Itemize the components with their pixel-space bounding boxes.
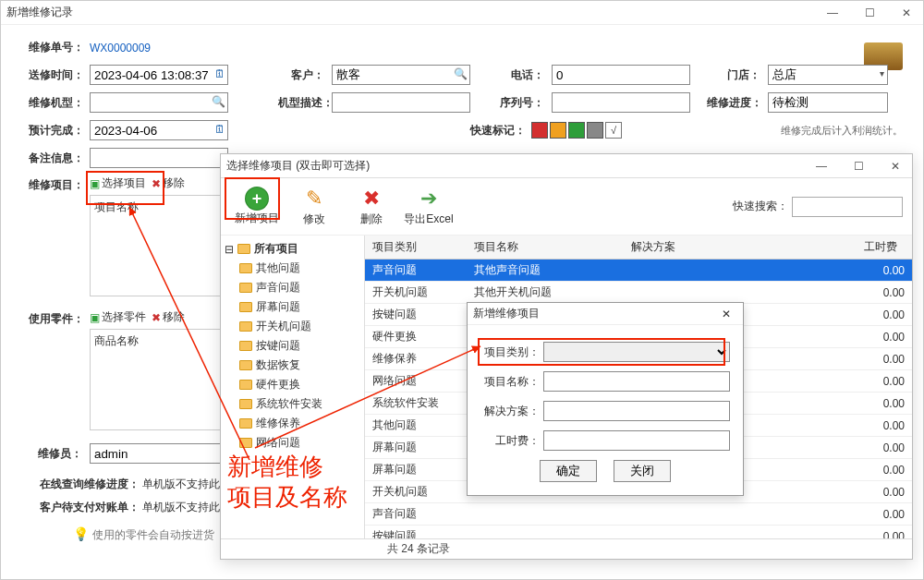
fee-label: 工时费： — [480, 433, 540, 449]
part-name-col: 商品名称 — [94, 334, 139, 347]
select-items-button[interactable]: ▣选择项目 — [90, 175, 146, 191]
table-row[interactable]: 开关机问题其他开关机问题0.00 — [365, 282, 912, 304]
add-item-button[interactable]: +新增项目 — [230, 187, 284, 226]
chevron-down-icon[interactable]: ▾ — [880, 68, 884, 79]
name-input[interactable] — [543, 371, 730, 392]
folder-icon — [239, 321, 252, 332]
maximize-button[interactable]: ☐ — [858, 6, 881, 19]
tree-item[interactable]: 屏幕问题 — [223, 297, 362, 317]
items-label: 维修项目： — [29, 177, 82, 193]
color-gray[interactable] — [587, 122, 603, 139]
serial-label: 序列号： — [498, 95, 544, 111]
col-category[interactable]: 项目类别 — [365, 236, 467, 260]
serial-input[interactable] — [552, 92, 690, 113]
tree-item[interactable]: 数据恢复 — [223, 356, 362, 375]
dlg2-close[interactable]: ✕ — [884, 160, 906, 173]
sent-time-input[interactable] — [90, 65, 228, 85]
folder-icon — [239, 438, 252, 448]
calendar-icon[interactable]: 🗓 — [214, 123, 225, 136]
plus-icon: + — [245, 187, 269, 211]
folder-icon — [239, 418, 252, 429]
quick-search-input[interactable] — [792, 197, 903, 217]
solution-input[interactable] — [543, 401, 730, 421]
close-button[interactable]: ✕ — [895, 6, 918, 19]
customer-input[interactable] — [332, 65, 470, 85]
staff-input[interactable] — [90, 443, 228, 464]
search-icon[interactable]: 🔍 — [454, 67, 468, 80]
phone-input[interactable] — [552, 65, 690, 85]
remove-item-button[interactable]: ✖移除 — [152, 175, 185, 191]
export-excel-button[interactable]: ➔导出Excel — [402, 186, 456, 227]
table-row[interactable]: 声音问题其他声音问题0.00 — [365, 260, 912, 282]
order-no-value: WX0000009 — [90, 42, 151, 54]
category-select[interactable] — [543, 342, 730, 362]
tree-item[interactable]: 维修保养 — [223, 414, 362, 433]
parts-grid: 商品名称 — [90, 329, 228, 430]
ok-button[interactable]: 确定 — [540, 460, 597, 482]
remove-icon: ✖ — [152, 177, 161, 190]
items-grid: 项目名称 — [90, 195, 228, 296]
add-icon: ▣ — [90, 311, 100, 324]
model-input[interactable] — [90, 92, 228, 113]
dlg2-maximize[interactable]: ☐ — [847, 160, 869, 173]
dlg2-minimize[interactable]: — — [810, 160, 833, 173]
category-tree[interactable]: ⊟所有项目 其他问题声音问题屏幕问题开关机问题按键问题数据恢复硬件更换系统软件安… — [221, 236, 365, 538]
tree-item[interactable]: 系统软件安装 — [223, 394, 362, 414]
tree-item[interactable]: 其他问题 — [223, 259, 362, 278]
select-parts-button[interactable]: ▣选择零件 — [90, 309, 146, 325]
order-no-label: 维修单号： — [29, 40, 82, 55]
tree-item[interactable]: 按键问题 — [223, 336, 362, 356]
folder-icon — [239, 302, 252, 312]
folder-icon — [237, 244, 250, 254]
model-desc-label: 机型描述： — [278, 95, 324, 111]
parts-label: 使用零件： — [29, 311, 82, 327]
staff-label: 维修员： — [29, 446, 82, 462]
x-icon: ✖ — [345, 186, 398, 211]
search-icon[interactable]: 🔍 — [212, 95, 225, 108]
table-row[interactable]: 按键问题0.00 — [365, 526, 912, 539]
remark-input[interactable] — [90, 148, 228, 168]
folder-icon — [239, 263, 252, 273]
window-title: 新增维修记录 — [6, 5, 821, 20]
tree-item[interactable]: 硬件更换 — [223, 375, 362, 394]
est-done-label: 预计完成： — [29, 123, 82, 139]
store-select[interactable] — [768, 65, 888, 85]
phone-label: 电话： — [498, 67, 544, 83]
edit-item-button[interactable]: ✎修改 — [287, 186, 341, 227]
folder-icon — [239, 380, 252, 390]
folder-icon — [239, 360, 252, 370]
remove-part-button[interactable]: ✖移除 — [152, 309, 185, 325]
col-name[interactable]: 项目名称 — [467, 236, 624, 260]
category-label: 项目类别： — [480, 344, 540, 360]
col-solution[interactable]: 解决方案 — [624, 236, 857, 260]
add-icon: ▣ — [90, 177, 100, 190]
quickmark-check[interactable]: √ — [605, 122, 622, 139]
customer-label: 客户： — [278, 67, 324, 83]
folder-icon — [239, 283, 252, 293]
tree-item[interactable]: 开关机问题 — [223, 317, 362, 336]
bulb-icon: 💡 — [73, 526, 89, 541]
tree-item[interactable]: 声音问题 — [223, 278, 362, 297]
folder-icon — [239, 399, 252, 409]
dlg3-close[interactable]: ✕ — [715, 308, 737, 320]
add-item-dialog: 新增维修项目 ✕ 项目类别： 项目名称： 解决方案： 工时费： 确定 关闭 — [467, 302, 744, 496]
store-label: 门店： — [718, 67, 760, 83]
tree-item[interactable]: 网络问题 — [223, 433, 362, 453]
stat-note: 维修完成后计入利润统计。 — [781, 124, 903, 138]
progress-input[interactable] — [768, 92, 888, 113]
fee-input[interactable] — [543, 430, 730, 451]
minus-icon[interactable]: ⊟ — [225, 243, 234, 256]
color-green[interactable] — [568, 122, 585, 139]
table-row[interactable]: 声音问题0.00 — [365, 503, 912, 526]
color-red[interactable] — [531, 122, 548, 139]
sent-time-label: 送修时间： — [29, 67, 82, 83]
model-desc-input[interactable] — [332, 92, 470, 113]
delete-item-button[interactable]: ✖删除 — [345, 186, 398, 227]
color-orange[interactable] — [550, 122, 566, 139]
calendar-icon[interactable]: 🗓 — [214, 67, 225, 80]
col-fee[interactable]: 工时费 — [857, 236, 912, 260]
est-done-input[interactable] — [90, 120, 228, 140]
minimize-button[interactable]: — — [821, 6, 844, 19]
model-label: 维修机型： — [29, 95, 82, 111]
cancel-button[interactable]: 关闭 — [614, 460, 671, 482]
